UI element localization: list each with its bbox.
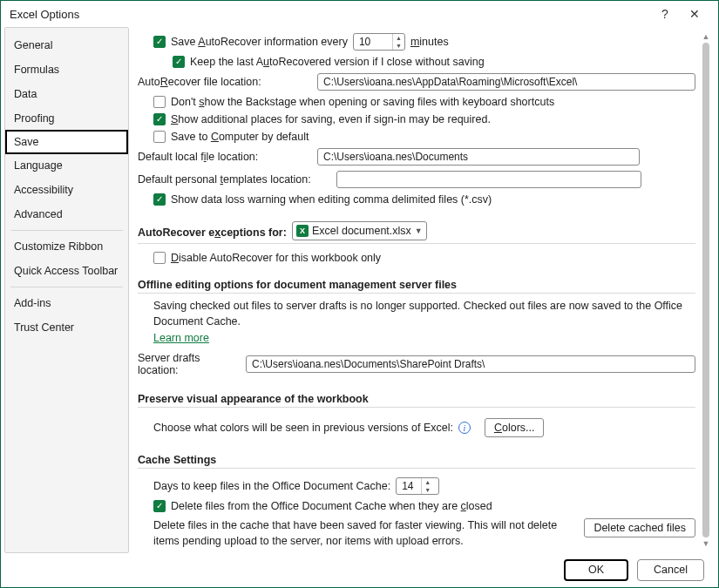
sidebar-item-advanced[interactable]: Advanced [5,202,128,226]
scrollbar[interactable]: ▲ ▼ [701,30,711,550]
sidebar-item-addins[interactable]: Add-ins [5,291,128,315]
disable-autorecover-checkbox[interactable] [153,252,166,264]
window-title: Excel Options [10,8,79,21]
autorecover-location-input[interactable]: C:\Users\ioana.nes\AppData\Roaming\Micro… [317,73,695,91]
sidebar: General Formulas Data Proofing Save Lang… [4,27,129,553]
cache-days-label: Days to keep files in the Office Documen… [153,480,390,492]
cache-delete-checkbox[interactable] [153,500,166,512]
csv-warning-label: Show data loss warning when editing comm… [171,193,492,206]
autorecover-checkbox[interactable] [153,36,166,48]
content-pane: Save AutoRecover information every 10 ▲▼… [138,30,711,553]
sidebar-item-customize-ribbon[interactable]: Customize Ribbon [5,234,128,259]
sidebar-item-accessibility[interactable]: Accessibility [5,178,128,202]
backstage-label: Don't show the Backstage when opening or… [171,96,554,108]
sidebar-item-proofing[interactable]: Proofing [5,106,128,131]
autorecover-minutes-spinner[interactable]: 10 ▲▼ [353,33,405,51]
colors-button[interactable]: Colors... [485,418,545,437]
ar-exceptions-head: AutoRecover exceptions for: [138,221,287,240]
keep-last-label: Keep the last AutoRecovered version if I… [190,56,485,68]
info-icon[interactable]: i [458,422,471,434]
help-icon[interactable]: ? [650,7,680,21]
disable-autorecover-label: Disable AutoRecover for this workbook on… [171,252,381,264]
save-computer-label: Save to Computer by default [171,131,309,143]
csv-warning-checkbox[interactable] [153,193,166,206]
offline-head: Offline editing options for document man… [138,274,695,293]
sidebar-separator [10,230,123,231]
titlebar: Excel Options ? ✕ [1,1,718,27]
dialog-footer: OK Cancel [1,552,718,587]
ok-button[interactable]: OK [564,559,628,581]
templates-input[interactable] [336,171,641,188]
sidebar-item-save[interactable]: Save [5,130,128,154]
autorecover-location-label: AutoRecover file location: [138,76,310,88]
scrollbar-thumb[interactable] [702,43,709,537]
keep-last-checkbox[interactable] [173,56,185,68]
cancel-button[interactable]: Cancel [637,559,704,581]
default-local-label: Default local file location: [138,151,310,163]
server-drafts-label: Server drafts location: [138,352,239,376]
delete-cached-files-button[interactable]: Delete cached files [584,518,695,537]
default-local-input[interactable]: C:\Users\ioana.nes\Documents [317,148,640,166]
excel-file-icon: X [296,225,309,237]
scroll-down-icon[interactable]: ▼ [701,537,711,550]
sidebar-item-formulas[interactable]: Formulas [5,57,128,82]
ar-exceptions-combo[interactable]: X Excel document.xlsx ▼ [292,221,427,240]
cache-desc: Delete files in the cache that have been… [153,518,575,549]
offline-desc: Saving checked out files to server draft… [138,299,695,329]
sidebar-item-data[interactable]: Data [5,82,128,106]
save-computer-checkbox[interactable] [153,131,166,143]
server-drafts-input[interactable]: C:\Users\ioana.nes\Documents\SharePoint … [246,355,695,373]
chevron-down-icon: ▼ [415,226,423,235]
learn-more-link[interactable]: Learn more [153,332,209,344]
additional-places-checkbox[interactable] [153,113,166,125]
minutes-label: minutes [410,36,449,48]
preserve-head: Preserve visual appearance of the workbo… [138,388,695,407]
sidebar-item-general[interactable]: General [5,33,128,57]
preserve-desc: Choose what colors will be seen in previ… [153,422,453,434]
sidebar-separator [10,287,123,287]
templates-label: Default personal templates location: [138,173,329,186]
scroll-up-icon[interactable]: ▲ [701,30,711,43]
autorecover-label: Save AutoRecover information every [171,36,348,48]
cache-days-spinner[interactable]: 14 ▲▼ [396,477,439,495]
additional-places-label: Show additional places for saving, even … [171,113,491,125]
sidebar-item-quick-access[interactable]: Quick Access Toolbar [5,259,128,283]
close-icon[interactable]: ✕ [680,7,709,21]
backstage-checkbox[interactable] [153,96,166,108]
cache-delete-label: Delete files from the Office Document Ca… [171,500,492,512]
sidebar-item-language[interactable]: Language [5,153,128,178]
cache-head: Cache Settings [138,449,695,468]
sidebar-item-trust-center[interactable]: Trust Center [5,315,128,340]
